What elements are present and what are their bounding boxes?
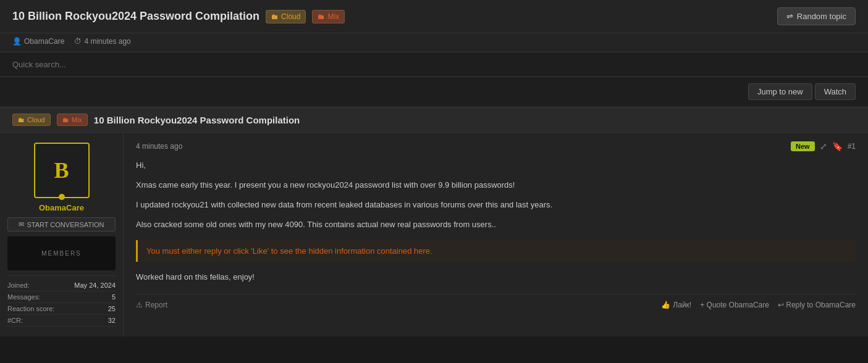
reply-button[interactable]: ↩ Reply to ObamaCare — [778, 301, 856, 309]
tag-cloud[interactable]: 🖿 Cloud — [266, 10, 306, 23]
search-input[interactable] — [12, 60, 198, 69]
meta-row: 👤 ObamaCare ⏱ 4 minutes ago — [0, 33, 868, 52]
footer-actions: 👍 Лайк! + Quote ObamaCare ↩ Reply to Oba… — [661, 301, 856, 309]
post-line5: Worked hard on this fellas, enjoy! — [136, 270, 856, 284]
post-line1: Hi, — [136, 159, 856, 172]
post-footer: ⚠ Report 👍 Лайк! + Quote ObamaCare ↩ Rep… — [136, 294, 856, 309]
jump-to-new-button[interactable]: Jump to new — [748, 83, 812, 100]
top-bar: 10 Billion Rockyou2024 Password Compilat… — [0, 0, 868, 33]
report-button[interactable]: ⚠ Report — [136, 301, 167, 309]
tag-mix[interactable]: 🖿 Mix — [312, 10, 345, 23]
user-stats: Joined: May 24, 2024 Messages: 5 Reactio… — [7, 275, 116, 327]
post-actions-right: New ⤢ 🔖 #1 — [791, 141, 856, 151]
strip-cloud-icon: 🖿 — [18, 116, 25, 123]
post-strip-title: 10 Billion Rockyou2024 Password Compilat… — [94, 115, 300, 125]
avatar-dot — [59, 194, 65, 200]
post-header-strip: 🖿 Cloud 🖿 Mix 10 Billion Rockyou2024 Pas… — [0, 107, 868, 133]
top-bar-left: 10 Billion Rockyou2024 Password Compilat… — [12, 10, 345, 23]
author-meta: 👤 ObamaCare — [12, 37, 64, 46]
stat-joined: Joined: May 24, 2024 — [7, 280, 116, 291]
warning-icon: ⚠ — [136, 301, 143, 309]
post-content: 4 minutes ago New ⤢ 🔖 #1 Hi, Xmas came e… — [124, 133, 868, 336]
post-line2: Xmas came early this year. I present you… — [136, 178, 856, 192]
stat-messages: Messages: 5 — [7, 291, 116, 303]
user-card: B ObamaCare ✉ START CONVERSATION MEMBERS… — [0, 133, 124, 336]
avatar: B — [34, 143, 90, 198]
post-line3: I updated rockyou21 with collected new d… — [136, 198, 856, 212]
random-icon: ⇌ — [786, 12, 793, 21]
strip-tag-cloud[interactable]: 🖿 Cloud — [12, 114, 51, 126]
bookmark-icon[interactable]: 🔖 — [832, 141, 843, 151]
post-text-end: Worked hard on this fellas, enjoy! — [136, 270, 856, 284]
stat-cr: #CR: 32 — [7, 315, 116, 327]
strip-tag-mix[interactable]: 🖿 Mix — [57, 114, 88, 126]
avatar-letter: B — [54, 157, 69, 183]
user-icon: 👤 — [12, 37, 22, 46]
user-banner: MEMBERS — [7, 236, 116, 270]
strip-mix-icon: 🖿 — [62, 116, 69, 123]
post-line4: Also cracked some old ones with my new 4… — [136, 218, 856, 232]
search-bar-area — [0, 52, 868, 77]
post-body: B ObamaCare ✉ START CONVERSATION MEMBERS… — [0, 133, 868, 336]
post-text: Hi, Xmas came early this year. I present… — [136, 159, 856, 232]
post-area: 🖿 Cloud 🖿 Mix 10 Billion Rockyou2024 Pas… — [0, 107, 868, 336]
cloud-icon: 🖿 — [271, 12, 279, 21]
like-icon: 👍 — [661, 301, 670, 309]
post-meta-row: 4 minutes ago New ⤢ 🔖 #1 — [136, 141, 856, 151]
banner-text: MEMBERS — [41, 250, 82, 257]
actions-row: Jump to new Watch — [0, 77, 868, 107]
random-topic-button[interactable]: ⇌ Random topic — [777, 7, 856, 25]
hidden-info-text: You must either reply or click 'Like' to… — [146, 246, 432, 256]
new-badge: New — [791, 141, 815, 151]
time-meta: ⏱ 4 minutes ago — [74, 37, 130, 46]
mix-icon: 🖿 — [318, 12, 325, 21]
watch-button[interactable]: Watch — [815, 83, 856, 100]
clock-icon: ⏱ — [74, 37, 82, 46]
post-number: #1 — [848, 142, 856, 151]
stat-reaction: Reaction score: 25 — [7, 303, 116, 315]
quote-button[interactable]: + Quote ObamaCare — [700, 301, 769, 309]
share-icon[interactable]: ⤢ — [820, 141, 827, 151]
post-time: 4 minutes ago — [136, 142, 182, 151]
username[interactable]: ObamaCare — [39, 203, 84, 212]
message-icon: ✉ — [19, 220, 24, 228]
like-button[interactable]: 👍 Лайк! — [661, 301, 691, 309]
hidden-info-box: You must either reply or click 'Like' to… — [136, 240, 856, 262]
page-title: 10 Billion Rockyou2024 Password Compilat… — [12, 10, 259, 23]
start-conversation-button[interactable]: ✉ START CONVERSATION — [7, 217, 116, 232]
